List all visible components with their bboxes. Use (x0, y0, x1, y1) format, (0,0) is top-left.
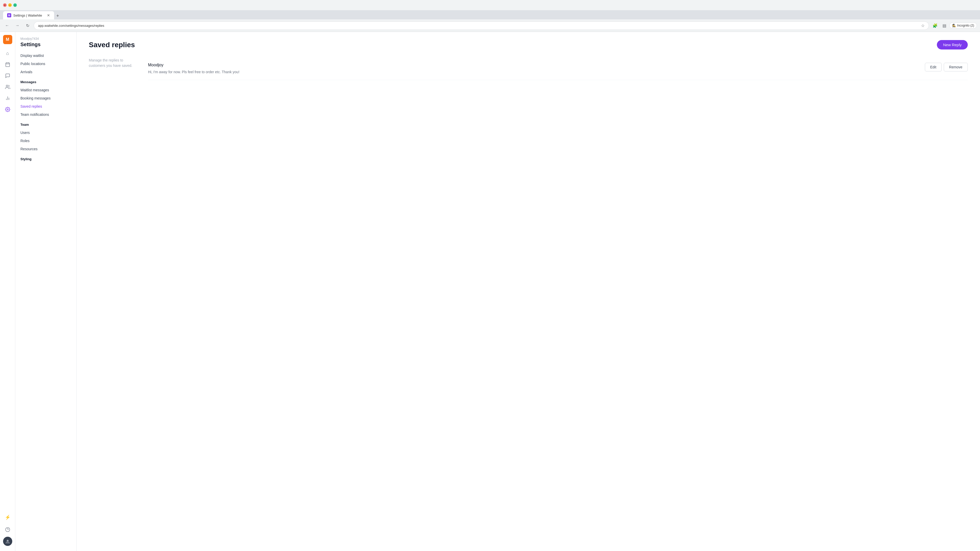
content-area: Manage the replies to customers you have… (89, 58, 968, 80)
settings-sidebar-header: Moodjoy7434 Settings (15, 37, 76, 52)
incognito-label: Incognito (2) (957, 24, 974, 27)
window-close-button[interactable]: × (3, 3, 6, 7)
browser-navbar: ← → ↻ app.waitwhile.com/settings/message… (0, 19, 980, 32)
incognito-icon: 🕵 (952, 24, 956, 27)
forward-button[interactable]: → (13, 21, 21, 30)
settings-account: Moodjoy7434 (21, 37, 71, 41)
sidebar-item-public-locations[interactable]: Public locations (15, 60, 76, 68)
new-reply-button[interactable]: New Reply (937, 40, 968, 49)
description-text: Manage the replies to customers you have… (89, 58, 140, 68)
main-content: Saved replies New Reply Manage the repli… (76, 32, 980, 551)
sidebar-item-saved-replies[interactable]: Saved replies (15, 102, 76, 110)
bookmark-icon: ☆ (921, 23, 924, 28)
reply-actions: Edit Remove (925, 63, 968, 71)
window-maximize-button[interactable]: □ (13, 3, 17, 7)
nav-chat-button[interactable] (3, 71, 13, 81)
window-controls: × − □ (3, 3, 17, 7)
svg-point-9 (5, 527, 10, 532)
messages-section-label: Messages (15, 76, 76, 86)
reply-message: Hi, I'm away for now. Pls feel free to o… (148, 69, 919, 75)
app-container: M ⌂ (0, 32, 980, 551)
app-logo[interactable]: M (3, 35, 12, 44)
user-avatar[interactable] (3, 537, 12, 546)
sidebar-item-users[interactable]: Users (15, 129, 76, 137)
svg-point-4 (6, 85, 8, 87)
url-text: app.waitwhile.com/settings/messages/repl… (38, 24, 104, 27)
team-section-label: Team (15, 119, 76, 129)
sidebar-item-roles[interactable]: Roles (15, 137, 76, 145)
tab-close-button[interactable]: ✕ (47, 13, 50, 17)
icon-sidebar-bottom: ⚡ (3, 512, 13, 548)
tab-title: Settings | Waitwhile (13, 14, 45, 17)
sidebar-item-resources[interactable]: Resources (15, 145, 76, 153)
nav-home-button[interactable]: ⌂ (3, 48, 13, 59)
nav-settings-button[interactable] (3, 104, 13, 114)
svg-point-8 (7, 109, 8, 110)
sidebar-item-display-waitlist[interactable]: Display waitlist (15, 52, 76, 60)
browser-titlebar: × − □ (0, 0, 980, 10)
icon-sidebar-top: ⌂ (3, 48, 13, 511)
replies-column: Moodjoy Hi, I'm away for now. Pls feel f… (148, 58, 968, 80)
sidebar-item-booking-messages[interactable]: Booking messages (15, 94, 76, 102)
page-header: Saved replies New Reply (89, 40, 968, 49)
settings-sidebar: Moodjoy7434 Settings Display waitlist Pu… (15, 32, 76, 551)
description-column: Manage the replies to customers you have… (89, 58, 140, 80)
nav-calendar-button[interactable] (3, 59, 13, 70)
sidebar-item-arrivals[interactable]: Arrivals (15, 68, 76, 76)
sidebar-item-team-notifications[interactable]: Team notifications (15, 110, 76, 119)
svg-rect-0 (6, 63, 10, 67)
window-minimize-button[interactable]: − (8, 3, 12, 7)
icon-sidebar: M ⌂ (0, 32, 15, 551)
nav-help-button[interactable] (3, 524, 13, 535)
browser-tabbar: M Settings | Waitwhile ✕ + (0, 10, 980, 19)
reply-name: Moodjoy (148, 63, 919, 67)
page-title: Saved replies (89, 41, 135, 49)
new-tab-button[interactable]: + (54, 12, 61, 19)
nav-analytics-button[interactable] (3, 93, 13, 103)
nav-users-button[interactable] (3, 82, 13, 92)
sidebar-item-waitlist-messages[interactable]: Waitlist messages (15, 86, 76, 94)
sidebar-button[interactable]: ▤ (940, 21, 948, 30)
settings-sidebar-title: Settings (21, 41, 71, 48)
browser-chrome: × − □ M Settings | Waitwhile ✕ + ← → ↻ a… (0, 0, 980, 32)
refresh-button[interactable]: ↻ (24, 21, 32, 30)
reply-info: Moodjoy Hi, I'm away for now. Pls feel f… (148, 63, 919, 75)
reply-card: Moodjoy Hi, I'm away for now. Pls feel f… (148, 58, 968, 80)
styling-section-label: Styling (15, 153, 76, 163)
remove-reply-button[interactable]: Remove (944, 63, 968, 71)
edit-reply-button[interactable]: Edit (925, 63, 942, 71)
browser-actions: 🧩 ▤ 🕵 Incognito (2) (931, 21, 977, 30)
address-bar[interactable]: app.waitwhile.com/settings/messages/repl… (34, 21, 929, 30)
nav-lightning-button[interactable]: ⚡ (3, 512, 13, 522)
incognito-badge[interactable]: 🕵 Incognito (2) (950, 22, 977, 29)
tab-favicon: M (7, 13, 11, 17)
back-button[interactable]: ← (3, 21, 11, 30)
browser-tab-active[interactable]: M Settings | Waitwhile ✕ (3, 11, 54, 19)
extensions-button[interactable]: 🧩 (931, 21, 939, 30)
